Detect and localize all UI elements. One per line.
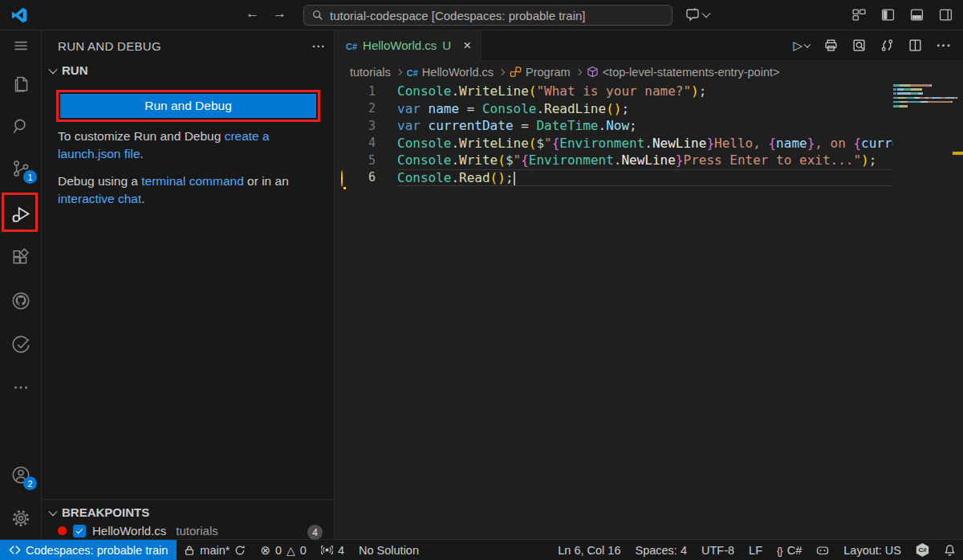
- copilot-icon: [816, 544, 829, 557]
- gutter-space[interactable]: [339, 85, 351, 98]
- code-text[interactable]: Console.WriteLine($"{Environment.NewLine…: [397, 135, 893, 152]
- search-icon[interactable]: [10, 116, 31, 136]
- code-editor[interactable]: 1Console.WriteLine("What is your name?")…: [335, 83, 963, 539]
- breadcrumb-entry-point[interactable]: <top-level-statements-entry-point>: [587, 66, 780, 79]
- breakpoint-list-item[interactable]: HelloWorld.cs tutorials 4: [42, 519, 334, 538]
- copilot-chat-button[interactable]: [685, 7, 709, 22]
- source-control-icon[interactable]: 1: [10, 158, 31, 179]
- breadcrumb-folder[interactable]: tutorials: [350, 66, 391, 79]
- keyboard-layout-status[interactable]: Layout: US: [836, 540, 908, 560]
- close-tab-icon[interactable]: [463, 39, 471, 52]
- code-text[interactable]: Console.Read();: [397, 169, 893, 187]
- indentation-status[interactable]: Spaces: 4: [628, 540, 695, 560]
- breakpoints-title: BREAKPOINTS: [62, 505, 149, 519]
- more-views-icon[interactable]: [10, 377, 31, 398]
- code-text[interactable]: Console.WriteLine("What is your name?");: [397, 83, 893, 100]
- accounts-icon[interactable]: 2: [10, 465, 31, 485]
- code-line[interactable]: 5Console.Write($"{Environment.NewLine}Pr…: [335, 152, 963, 169]
- gutter-space[interactable]: [339, 120, 351, 132]
- extensions-icon[interactable]: [10, 248, 31, 269]
- line-number: 4: [351, 136, 397, 150]
- symbol-method-icon: [587, 66, 599, 78]
- code-text[interactable]: var currentDate = DateTime.Now;: [397, 117, 893, 135]
- breakpoints-header[interactable]: BREAKPOINTS: [42, 500, 334, 519]
- chevron-down-icon: [701, 9, 710, 18]
- explorer-icon[interactable]: [10, 73, 31, 94]
- run-and-debug-button[interactable]: Run and Debug: [60, 94, 316, 118]
- csharp-file-icon: [407, 66, 418, 79]
- compare-changes-icon[interactable]: [880, 39, 894, 52]
- annotation-box-run-and-debug: [2, 193, 38, 232]
- gutter-space[interactable]: [339, 154, 351, 167]
- toggle-primary-sidebar-icon[interactable]: [881, 8, 895, 22]
- remote-indicator[interactable]: Codespaces: probable train: [0, 540, 177, 560]
- copilot-status[interactable]: [809, 540, 836, 560]
- ports-status[interactable]: 4: [314, 540, 351, 560]
- toggle-panel-icon[interactable]: [910, 8, 924, 22]
- line-number: 3: [351, 119, 397, 133]
- split-editor-icon[interactable]: [908, 39, 922, 52]
- breadcrumb-class[interactable]: Program: [510, 66, 571, 79]
- code-line[interactable]: 1Console.WriteLine("What is your name?")…: [335, 83, 963, 100]
- solution-status[interactable]: No Solution: [351, 540, 426, 560]
- run-section-label: RUN: [62, 63, 88, 77]
- nav-forward-icon[interactable]: [273, 6, 286, 22]
- tab-bar: HelloWorld.cs U: [335, 30, 963, 61]
- broadcast-icon: [321, 544, 333, 556]
- minimap[interactable]: [893, 84, 957, 539]
- source-control-badge: 1: [23, 170, 37, 184]
- encoding-status[interactable]: UTF-8: [694, 540, 742, 560]
- breakpoint-checkbox[interactable]: [73, 525, 86, 538]
- breakpoint-icon[interactable]: [339, 136, 351, 149]
- breadcrumb-file[interactable]: HelloWorld.cs: [407, 66, 494, 79]
- lightbulb-icon[interactable]: [339, 171, 351, 184]
- interactive-chat-link[interactable]: interactive chat: [58, 192, 141, 205]
- print-icon[interactable]: [824, 39, 838, 52]
- text-cursor: [514, 172, 515, 185]
- eol-status[interactable]: LF: [742, 540, 770, 560]
- code-line[interactable]: 3var currentDate = DateTime.Now;: [335, 117, 963, 135]
- nav-back-icon[interactable]: [246, 6, 259, 22]
- run-or-debug-button[interactable]: [793, 39, 810, 53]
- editor-group: HelloWorld.cs U tutorials HelloWorld.cs …: [335, 30, 963, 539]
- code-line[interactable]: 2var name = Console.ReadLine();: [335, 100, 963, 118]
- views-and-more-actions-icon[interactable]: [312, 40, 326, 53]
- toggle-secondary-sidebar-icon[interactable]: [939, 8, 953, 22]
- more-actions-icon[interactable]: [937, 39, 952, 53]
- csharp-devkit-status[interactable]: [908, 540, 937, 560]
- testing-icon[interactable]: [10, 335, 31, 355]
- breakpoint-folder: tutorials: [176, 524, 218, 538]
- github-icon[interactable]: [10, 290, 31, 311]
- notifications-bell[interactable]: [937, 540, 963, 560]
- chevron-right-icon: [498, 68, 505, 75]
- branch-status[interactable]: main*: [177, 540, 253, 560]
- settings-gear-icon[interactable]: [10, 508, 31, 529]
- chevron-down-icon: [48, 64, 57, 73]
- command-center-search[interactable]: tutorial-codespace [Codespaces: probable…: [303, 5, 672, 26]
- line-number: 6: [351, 170, 397, 185]
- csharp-file-icon: [346, 39, 357, 52]
- run-and-debug-sidebar: RUN AND DEBUG RUN Run and Debug To custo…: [42, 30, 335, 539]
- open-preview-icon[interactable]: [852, 39, 866, 52]
- run-section-header[interactable]: RUN: [50, 63, 88, 77]
- tab-helloworld-cs[interactable]: HelloWorld.cs U: [335, 30, 482, 60]
- code-text[interactable]: var name = Console.ReadLine();: [397, 100, 893, 118]
- cursor-position-status[interactable]: Ln 6, Col 16: [551, 540, 628, 560]
- command-center-text: tutorial-codespace [Codespaces: probable…: [330, 9, 586, 22]
- problems-status[interactable]: 0 0: [253, 540, 314, 560]
- terminal-command-link[interactable]: terminal command: [141, 174, 244, 188]
- menu-icon[interactable]: [10, 35, 31, 56]
- debug-help-text: Debug using a terminal command or in an …: [58, 172, 300, 208]
- gutter-space[interactable]: [339, 102, 351, 115]
- search-icon: [312, 10, 323, 21]
- sidebar-title: RUN AND DEBUG: [58, 39, 161, 53]
- code-line[interactable]: 4Console.WriteLine($"{Environment.NewLin…: [335, 135, 963, 152]
- vscode-logo-icon: [10, 6, 28, 24]
- customize-layout-icon[interactable]: [852, 8, 866, 22]
- code-line[interactable]: 6Console.Read();: [335, 169, 963, 187]
- minimap-lines: [893, 84, 957, 108]
- code-text[interactable]: Console.Write($"{Environment.NewLine}Pre…: [397, 152, 893, 169]
- language-mode-status[interactable]: C#: [770, 540, 809, 560]
- breakpoints-count-badge: 4: [307, 525, 323, 540]
- remote-icon: [9, 544, 21, 556]
